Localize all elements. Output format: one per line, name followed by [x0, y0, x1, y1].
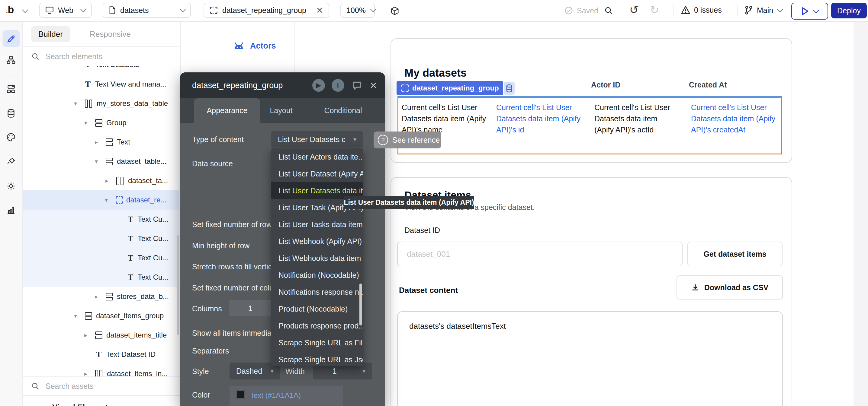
rail-item-plugins[interactable]: [2, 153, 20, 170]
my-datasets-title: My datasets: [404, 67, 467, 79]
zoom-selector[interactable]: 100%: [340, 3, 375, 18]
menu-item[interactable]: List User Dataset (Apify A...: [271, 165, 363, 182]
tree-row[interactable]: ▸ Text: [22, 132, 180, 152]
package-icon[interactable]: [390, 6, 399, 15]
dataset-content-box[interactable]: datasets's datasetItemsText: [397, 311, 783, 406]
tree-row[interactable]: ▾ dataset_table...: [22, 152, 180, 171]
color-picker[interactable]: Text (#1A1A1A): [229, 386, 343, 406]
tree-row[interactable]: T Text Datasets: [22, 66, 180, 74]
table-cell-actid[interactable]: Current cell's List User Datasets data i…: [594, 102, 676, 135]
tree-row[interactable]: T Text Cu...: [22, 268, 180, 287]
tree-row[interactable]: T Text Cu...: [22, 210, 180, 229]
menu-scrollbar[interactable]: [360, 283, 362, 326]
rail-item-settings[interactable]: [2, 177, 20, 195]
caret-expanded-icon[interactable]: ▾: [93, 158, 100, 165]
tree-row[interactable]: ▾ dataset_items_group: [22, 306, 180, 326]
tree-row[interactable]: ▸ dataset_ta...: [22, 171, 180, 190]
caret-collapsed-icon[interactable]: ▸: [93, 138, 100, 146]
columns-select[interactable]: 1: [229, 300, 272, 316]
rows-element-icon: [95, 332, 102, 339]
search-icon[interactable]: [604, 6, 613, 15]
close-icon[interactable]: ✕: [370, 80, 377, 91]
caret-expanded-icon[interactable]: ▾: [72, 100, 79, 107]
comment-icon[interactable]: [351, 80, 363, 91]
menu-item[interactable]: Product (Nocodable): [271, 300, 363, 317]
data-source-chip[interactable]: [504, 82, 515, 95]
type-of-content-select[interactable]: List User Datasets c ▾: [271, 131, 363, 147]
branch-icon: [744, 5, 753, 15]
tab-responsive[interactable]: Responsive: [90, 26, 131, 42]
tree-row[interactable]: T Text Cu...: [22, 248, 180, 268]
preview-play-icon[interactable]: ▶: [312, 79, 325, 92]
color-swatch[interactable]: [236, 390, 245, 399]
tree-scrollbar[interactable]: [177, 235, 179, 335]
table-cell-name[interactable]: Current cell's List User Datasets data i…: [402, 102, 492, 135]
see-reference-button[interactable]: ? See reference: [374, 132, 441, 148]
text-element-icon: T: [85, 80, 91, 89]
menu-item[interactable]: List User Actors data ite...: [271, 148, 363, 165]
app-logo[interactable]: .b: [6, 4, 14, 15]
caret-expanded-icon[interactable]: ▾: [72, 312, 79, 319]
menu-item[interactable]: Scrape Single URL as File ...: [271, 334, 363, 351]
tab-conditional[interactable]: Conditional: [316, 98, 370, 123]
tab-builder[interactable]: Builder: [31, 26, 70, 42]
close-icon[interactable]: ✕: [316, 5, 323, 15]
properties-panel-header[interactable]: dataset_repeating_group ▶ i ✕: [180, 72, 385, 98]
toolbar-divider: [737, 5, 738, 16]
menu-item[interactable]: Notifications response n...: [271, 283, 363, 300]
caret-expanded-icon[interactable]: ▾: [103, 196, 110, 204]
menu-item[interactable]: List Webhooks data item ...: [271, 250, 363, 267]
open-element-tab[interactable]: dataset_repeating_group ✕: [204, 3, 329, 18]
tree-row[interactable]: ▾ Group: [22, 113, 180, 132]
menu-item[interactable]: Scrape Single URL as Jso...: [271, 351, 363, 366]
table-cell-id[interactable]: Current cell's List User Datasets data i…: [496, 102, 581, 135]
tree-row[interactable]: T Text Dataset ID: [22, 345, 180, 364]
tree-row[interactable]: ▾ my_stores_data_table: [22, 94, 180, 113]
tree-row[interactable]: ▸ dataset_items_in...: [22, 364, 180, 376]
table-cell-createdat[interactable]: Current cell's List User Datasets data i…: [691, 102, 785, 135]
caret-collapsed-icon[interactable]: ▸: [83, 332, 89, 339]
rail-item-design[interactable]: [2, 30, 20, 47]
caret-collapsed-icon[interactable]: ▸: [83, 370, 89, 376]
branch-selector[interactable]: Main: [744, 5, 782, 15]
tree-row[interactable]: T Text View and mana...: [22, 74, 180, 94]
download-csv-button[interactable]: Download as CSV: [677, 275, 783, 300]
tree-row[interactable]: ▸ stores_data_b...: [22, 287, 180, 306]
menu-item[interactable]: Notification (Nocodable): [271, 267, 363, 283]
tree-row-selected[interactable]: ▾ dataset_re...: [22, 190, 180, 210]
selected-element-chip[interactable]: dataset_repeating_group: [397, 81, 503, 95]
tab-layout[interactable]: Layout: [265, 98, 298, 123]
tab-appearance[interactable]: Appearance: [194, 98, 260, 123]
tree-row[interactable]: ▸ dataset_items_title: [22, 326, 180, 345]
search-icon: [31, 382, 39, 390]
preview-button[interactable]: [791, 3, 828, 20]
rail-item-database[interactable]: [2, 105, 20, 122]
menu-item[interactable]: List User Tasks data item...: [271, 216, 363, 233]
rail-item-pages[interactable]: [2, 51, 20, 68]
issues-indicator[interactable]: 0 issues: [681, 5, 722, 14]
logo-chevron-icon[interactable]: [22, 7, 28, 13]
rail-item-theme[interactable]: [2, 129, 20, 146]
deploy-button[interactable]: Deploy: [831, 3, 867, 19]
menu-item[interactable]: List Webhook (Apify API): [271, 233, 363, 250]
menu-item[interactable]: Products response prod...: [271, 317, 363, 334]
nav-item-actors[interactable]: Actors: [233, 41, 276, 51]
rail-item-workflows[interactable]: [2, 80, 20, 97]
dataset-id-input[interactable]: [397, 242, 683, 266]
info-icon[interactable]: i: [332, 79, 344, 92]
column-header-actor-id: Actor ID: [591, 80, 620, 89]
caret-collapsed-icon[interactable]: ▸: [103, 177, 110, 184]
rail-item-analytics[interactable]: [2, 202, 20, 219]
visual-elements-section[interactable]: ▾ Visual Elements: [22, 398, 180, 406]
caret-expanded-icon[interactable]: ▾: [83, 119, 89, 126]
page-selector[interactable]: datasets: [103, 3, 191, 18]
caret-collapsed-icon[interactable]: ▸: [93, 293, 100, 300]
undo-icon[interactable]: ↺: [629, 4, 639, 16]
search-assets-input[interactable]: [45, 381, 161, 391]
field-label-style: Style: [192, 367, 209, 376]
get-dataset-items-button[interactable]: Get dataset items: [687, 242, 782, 266]
tree-row[interactable]: T Text Cu...: [22, 229, 180, 248]
search-elements-input[interactable]: [45, 52, 161, 61]
redo-icon[interactable]: ↻: [650, 4, 659, 16]
device-selector[interactable]: Web: [39, 3, 92, 18]
